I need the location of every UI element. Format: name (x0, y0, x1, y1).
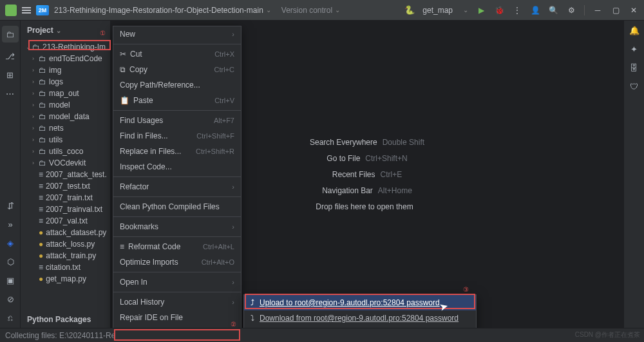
search-icon[interactable]: 🔍 (548, 5, 558, 15)
tree-item-label: nets (49, 124, 64, 133)
expand-icon[interactable]: › (32, 148, 39, 155)
expand-icon[interactable]: › (32, 102, 39, 108)
ctx-label: Refactor (120, 182, 149, 191)
python-packages-bar[interactable]: Python Packages (21, 312, 97, 328)
tree-item[interactable]: ›🗀nets (21, 122, 110, 134)
panel-title: Project (27, 26, 53, 35)
ctx-copy[interactable]: ⧉CopyCtrl+C (113, 62, 241, 77)
tree-item[interactable]: ›🗀utils (21, 134, 110, 146)
structure-tool-icon[interactable]: ⊞ (6, 70, 14, 80)
tree-item[interactable]: ●get_map.py (21, 273, 110, 285)
run-icon[interactable]: ▶ (476, 5, 486, 15)
ctx-open-in[interactable]: Open In› (113, 274, 241, 290)
user-icon[interactable]: 👤 (530, 5, 540, 15)
python-console-icon[interactable]: » (8, 220, 12, 229)
ctx-copy-path[interactable]: Copy Path/Reference... (113, 77, 241, 93)
tree-item[interactable]: ›🗀img (21, 64, 110, 76)
maximize-icon[interactable]: ▢ (611, 5, 621, 15)
project-tool-icon[interactable]: 🗀 (2, 26, 19, 43)
folder-icon: 🗀 (39, 135, 46, 144)
ctx-repair[interactable]: Repair IDE on File (113, 310, 241, 325)
problems-icon[interactable]: ⊘ (7, 294, 14, 304)
ctx-find-in-files[interactable]: Find in Files...Ctrl+Shift+F (113, 128, 241, 144)
ctx-find-usages[interactable]: Find UsagesAlt+F7 (113, 113, 241, 128)
ctx-refactor[interactable]: Refactor› (113, 179, 241, 195)
ctx-new[interactable]: New› (113, 26, 241, 42)
services-icon[interactable]: ⬡ (7, 257, 14, 267)
ctx-reformat[interactable]: ≡Reformat CodeCtrl+Alt+L (113, 239, 241, 254)
tree-item[interactable]: ≡2007_attack_test. (21, 169, 110, 180)
expand-icon[interactable]: ⌄ (26, 44, 32, 50)
python-file-icon: ● (39, 251, 43, 260)
notifications-icon[interactable]: 🔔 (629, 26, 639, 35)
tree-item[interactable]: ≡2007_train.txt (21, 192, 110, 204)
hint-key: Ctrl+Shift+N (365, 154, 407, 163)
python-file-icon: ● (39, 228, 43, 237)
tree-item[interactable]: ›🗀model (21, 99, 110, 111)
shortcut: Ctrl+Shift+F (196, 132, 234, 140)
expand-icon[interactable]: › (32, 79, 39, 85)
ai-icon[interactable]: ✦ (630, 44, 638, 54)
terminal-icon[interactable]: ▣ (6, 276, 14, 285)
gear-icon[interactable]: ⚙ (566, 5, 576, 15)
project-crumb[interactable]: 213-Rethinking-Image-Restoration-for-Obj… (54, 6, 271, 15)
tree-item[interactable]: ≡2007_val.txt (21, 215, 110, 227)
more-icon[interactable]: ⋮ (512, 5, 522, 15)
tree-item[interactable]: ›🗀model_data (21, 111, 110, 122)
chevron-down-icon: ⌄ (56, 27, 61, 34)
ctx-paste[interactable]: 📋PasteCtrl+V (113, 93, 241, 108)
expand-icon[interactable]: › (32, 90, 39, 97)
tree-item[interactable]: ●attack_loss.py (21, 238, 110, 250)
ctx-inspect[interactable]: Inspect Code... (113, 159, 241, 175)
close-icon[interactable]: ✕ (629, 5, 639, 15)
tree-item[interactable]: ●attack_dataset.py (21, 227, 110, 238)
minimize-icon[interactable]: ─ (592, 5, 603, 15)
tree-item[interactable]: ›🗀logs (21, 76, 110, 88)
ctx-label: Reformat Code (128, 242, 180, 251)
packages-icon[interactable]: ◈ (7, 238, 14, 248)
more-tool-icon[interactable]: ⋯ (6, 89, 14, 99)
ctx-history[interactable]: Local History› (113, 294, 241, 310)
shield-icon[interactable]: 🛡 (630, 82, 638, 91)
ctx-replace-in-files[interactable]: Replace in Files...Ctrl+Shift+R (113, 144, 241, 159)
file-icon: ≡ (39, 263, 43, 272)
ctx-bookmarks[interactable]: Bookmarks› (113, 219, 241, 234)
expand-icon[interactable]: › (32, 125, 39, 131)
submenu-arrow-icon: › (232, 223, 234, 231)
shortcut: Ctrl+V (214, 97, 234, 104)
tree-root[interactable]: ⌄🗀213-Rethinking-Im (21, 41, 110, 53)
database-icon[interactable]: 🗄 (630, 63, 638, 73)
status-bar: Collecting files: E:\20240111-Re (0, 328, 644, 342)
folder-icon: 🗀 (39, 124, 46, 133)
tree-item[interactable]: ●attack_train.py (21, 250, 110, 261)
tree-item[interactable]: ≡2007_trainval.txt (21, 204, 110, 215)
ctx-optimize[interactable]: Optimize ImportsCtrl+Alt+O (113, 254, 241, 270)
expand-icon[interactable]: › (32, 160, 39, 166)
tree-item-label: attack_train.py (46, 251, 96, 260)
run-config-name[interactable]: get_map (422, 6, 453, 15)
git-icon[interactable]: ⇵ (7, 201, 14, 211)
tree-item[interactable]: ›🗀map_out (21, 88, 110, 99)
vcs-icon[interactable]: ⎌ (8, 313, 13, 323)
vcs-crumb[interactable]: Version control⌄ (281, 6, 340, 15)
hint-label: Go to File (327, 154, 360, 163)
tree-item[interactable]: ≡citation.txt (21, 261, 110, 273)
ctx-cut[interactable]: ✂CutCtrl+X (113, 46, 241, 62)
separator (113, 292, 241, 292)
tree-item[interactable]: ≡2007_test.txt (21, 180, 110, 192)
tree-item[interactable]: ›🗀utils_coco (21, 146, 110, 157)
expand-icon[interactable]: › (32, 67, 39, 73)
expand-icon[interactable]: › (32, 137, 39, 143)
tree-item[interactable]: ›🗀VOCdevkit (21, 157, 110, 169)
expand-icon[interactable]: › (32, 55, 39, 62)
expand-icon[interactable]: › (32, 113, 39, 120)
tree-item-label: utils (49, 135, 62, 144)
hamburger-icon[interactable] (22, 7, 31, 14)
commit-tool-icon[interactable]: ⎇ (5, 52, 15, 61)
ctx-label: Find Usages (120, 116, 163, 125)
bottom-left-rail: ⇵ » ◈ ⬡ ▣ ⊘ ⎌ (0, 201, 21, 323)
tree-item[interactable]: ›🗀endToEndCode (21, 53, 110, 64)
shortcut: Ctrl+X (214, 50, 234, 58)
debug-icon[interactable]: 🐞 (494, 5, 504, 15)
ctx-clean[interactable]: Clean Python Compiled Files (113, 199, 241, 214)
